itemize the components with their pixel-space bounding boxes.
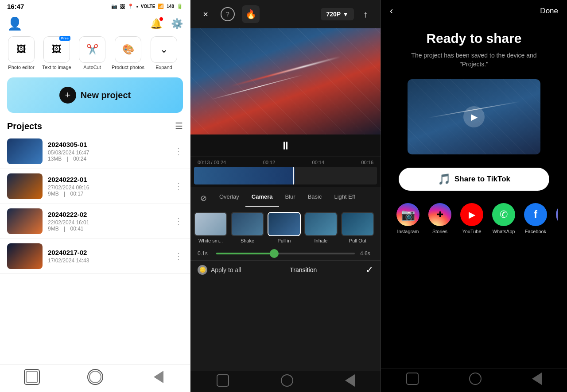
sort-icon[interactable]: ☰ bbox=[175, 121, 183, 131]
pause-bar-1 bbox=[284, 142, 285, 150]
timeline-timestamps: 00:13 / 00:24 00:12 00:14 00:16 bbox=[190, 160, 381, 165]
project-list: 20240305-01 05/03/2024 16:47 13MB | 00:2… bbox=[0, 134, 190, 364]
new-project-label: New project bbox=[81, 90, 131, 100]
effect-item-pull-in[interactable]: Pull in bbox=[268, 212, 301, 243]
home-circle-nav[interactable] bbox=[87, 369, 103, 385]
social-item-other[interactable]: ••• Oth... bbox=[554, 203, 558, 234]
whatsapp-icon: ✆ bbox=[492, 203, 515, 226]
camera-indicator: 📷 bbox=[111, 4, 117, 9]
play-overlay-button[interactable]: ▶ bbox=[463, 106, 485, 127]
filter-tab-camera[interactable]: Camera bbox=[245, 191, 279, 207]
bell-icon[interactable]: 🔔 bbox=[150, 18, 162, 30]
share-subtitle: The project has been saved to the device… bbox=[390, 51, 558, 69]
share-video-thumbnail[interactable]: ▶ bbox=[408, 79, 540, 154]
resolution-button[interactable]: 720P ▼ bbox=[321, 8, 354, 20]
project-more-1[interactable]: ⋮ bbox=[174, 181, 183, 192]
share-nav-circle[interactable] bbox=[469, 373, 482, 385]
upload-button[interactable]: ↑ bbox=[357, 6, 373, 22]
youtube-label: YouTube bbox=[462, 229, 481, 234]
tool-autocut[interactable]: ✂️ AutoCut bbox=[76, 36, 108, 70]
social-item-stories[interactable]: ✚ Stories bbox=[426, 203, 454, 234]
share-topbar: ‹ Done bbox=[381, 0, 567, 22]
close-button[interactable]: × bbox=[198, 6, 214, 22]
social-item-instagram[interactable]: 📷 Instagram bbox=[394, 203, 422, 234]
social-icons-row: 📷 Instagram ✚ Stories ▶ YouTube ✆ WhatsA… bbox=[390, 203, 558, 234]
social-item-facebook[interactable]: f Facebook bbox=[522, 203, 549, 234]
project-date-1: 27/02/2024 09:16 bbox=[48, 184, 89, 191]
autocut-icon: ✂️ bbox=[86, 44, 98, 55]
effect-item-pull-out[interactable]: Pull Out bbox=[341, 212, 374, 243]
filter-tab-light-eff[interactable]: Light Eff bbox=[328, 191, 361, 207]
tool-expand[interactable]: ⌄ Expand bbox=[148, 36, 180, 70]
timeline-track[interactable] bbox=[194, 167, 377, 184]
share-content: Ready to share The project has been save… bbox=[381, 22, 567, 369]
marker-3: 00:16 bbox=[361, 160, 373, 165]
home-square-nav[interactable] bbox=[24, 369, 40, 385]
facebook-icon: f bbox=[524, 203, 547, 226]
editor-topbar-right: 720P ▼ ↑ bbox=[321, 6, 373, 22]
filter-tab-blur[interactable]: Blur bbox=[279, 191, 302, 207]
free-badge: Free bbox=[59, 36, 70, 41]
editor-nav-circle[interactable] bbox=[281, 374, 293, 387]
youtube-icon: ▶ bbox=[460, 203, 483, 226]
project-thumb-2 bbox=[7, 208, 43, 234]
social-item-youtube[interactable]: ▶ YouTube bbox=[458, 203, 485, 234]
apply-all-label: Apply to all bbox=[211, 266, 241, 273]
share-nav-square[interactable] bbox=[406, 373, 419, 385]
project-item[interactable]: 20240222-02 22/02/2024 16:01 9MB | 00:41… bbox=[0, 204, 190, 239]
done-button[interactable]: Done bbox=[540, 7, 558, 15]
project-duration-2: 00:41 bbox=[70, 226, 83, 232]
project-more-0[interactable]: ⋮ bbox=[174, 146, 183, 157]
flame-button[interactable]: 🔥 bbox=[242, 5, 260, 23]
effect-item-inhale[interactable]: Inhale bbox=[304, 212, 338, 243]
flame-icon: 🔥 bbox=[245, 9, 256, 19]
duration-slider[interactable] bbox=[216, 253, 355, 254]
transition-label: Transition bbox=[290, 266, 317, 273]
project-duration-0: 00:24 bbox=[73, 156, 86, 162]
tiktok-share-button[interactable]: 🎵 Share to TikTok bbox=[399, 168, 549, 191]
effect-thumb-pull-out bbox=[341, 212, 374, 236]
slider-min-label: 0.1s bbox=[198, 250, 211, 257]
project-more-3[interactable]: ⋮ bbox=[174, 251, 183, 261]
help-button[interactable]: ? bbox=[221, 7, 235, 21]
timeline-cursor bbox=[293, 167, 294, 184]
status-time: 16:47 bbox=[7, 3, 24, 10]
effect-label-pull-in: Pull in bbox=[278, 238, 291, 243]
slider-thumb[interactable] bbox=[270, 249, 279, 258]
slider-max-label: 4.6s bbox=[360, 250, 373, 257]
filter-tab-basic[interactable]: Basic bbox=[302, 191, 328, 207]
gear-icon[interactable]: ⚙️ bbox=[171, 18, 183, 30]
stories-icon: ✚ bbox=[428, 203, 451, 226]
social-item-whatsapp[interactable]: ✆ WhatsApp bbox=[490, 203, 517, 234]
project-size-2: 9MB bbox=[48, 226, 59, 232]
resolution-arrow-icon: ▼ bbox=[342, 11, 349, 18]
project-name-2: 20240222-02 bbox=[48, 211, 169, 218]
project-info-2: 20240222-02 22/02/2024 16:01 9MB | 00:41 bbox=[48, 211, 169, 232]
project-meta-2: 22/02/2024 16:01 9MB | 00:41 bbox=[48, 219, 169, 232]
effect-item-white-sm[interactable]: White sm... bbox=[194, 212, 227, 243]
share-nav-back[interactable] bbox=[532, 373, 542, 385]
effect-thumb-pull-in bbox=[268, 212, 301, 236]
apply-all-left: 🪙 Apply to all bbox=[198, 265, 241, 275]
tool-product-photos[interactable]: 🎨 Product photos bbox=[112, 36, 144, 70]
tool-photo-editor[interactable]: 🖼 Photo editor bbox=[5, 36, 37, 70]
filter-tab-none[interactable]: ⊘ bbox=[194, 191, 213, 207]
effect-item-shake[interactable]: Shake bbox=[231, 212, 264, 243]
project-item[interactable]: 20240305-01 05/03/2024 16:47 13MB | 00:2… bbox=[0, 134, 190, 169]
back-button[interactable]: ‹ bbox=[390, 5, 393, 17]
confirm-check-icon[interactable]: ✓ bbox=[365, 264, 373, 276]
tool-text-to-image[interactable]: 🖼 Free Text to image bbox=[41, 36, 73, 70]
new-project-button[interactable]: + New project bbox=[7, 77, 183, 113]
project-info-1: 20240222-01 27/02/2024 09:16 9MB | 00:17 bbox=[48, 176, 169, 197]
project-size-1: 9MB bbox=[48, 191, 59, 197]
pause-button[interactable] bbox=[284, 142, 287, 150]
editor-nav-square[interactable] bbox=[217, 374, 229, 387]
home-back-nav[interactable] bbox=[151, 369, 167, 385]
project-more-2[interactable]: ⋮ bbox=[174, 216, 183, 227]
project-item[interactable]: 20240217-02 17/02/2024 14:43 ⋮ bbox=[0, 239, 190, 274]
help-icon: ? bbox=[226, 11, 229, 18]
filter-tab-overlay[interactable]: Overlay bbox=[213, 191, 245, 207]
profile-icon[interactable]: 👤 bbox=[7, 16, 23, 31]
project-item[interactable]: 20240222-01 27/02/2024 09:16 9MB | 00:17… bbox=[0, 169, 190, 204]
editor-nav-back[interactable] bbox=[345, 374, 355, 387]
